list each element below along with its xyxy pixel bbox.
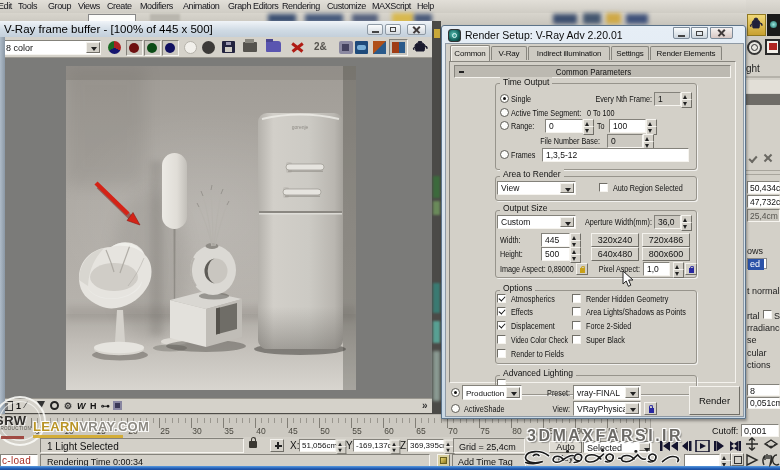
svg-text:gorenje: gorenje bbox=[292, 124, 309, 130]
